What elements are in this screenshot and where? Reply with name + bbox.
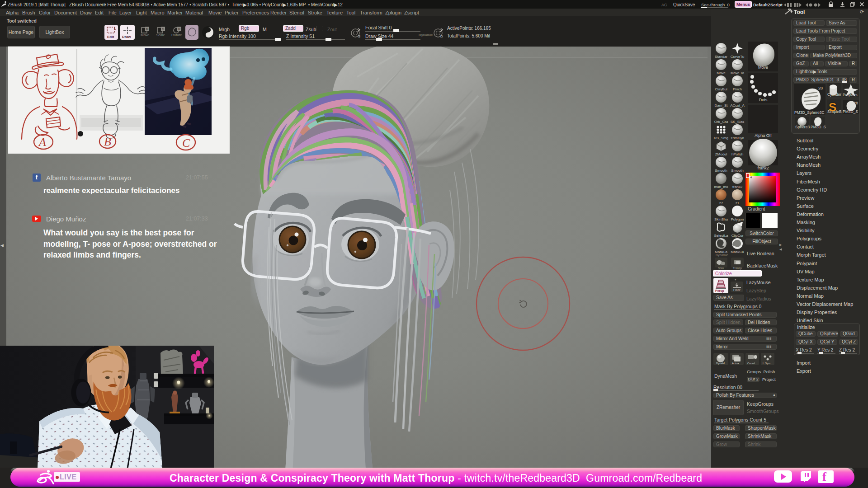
- svg-text:Move To: Move To: [731, 71, 745, 75]
- svg-text:CurveTu: CurveTu: [731, 55, 744, 59]
- svg-text:DynaM: DynaM: [716, 362, 725, 365]
- svg-text:Smooth: Smooth: [715, 169, 727, 173]
- svg-text:SkinSha: SkinSha: [714, 217, 728, 221]
- svg-text:Actua: Actua: [732, 362, 739, 365]
- svg-text:z7: z7: [719, 201, 723, 205]
- svg-text:B: B: [104, 135, 111, 148]
- svg-text:28: 28: [818, 86, 823, 90]
- svg-text:PM3D_Sphere3C: PM3D_Sphere3C: [794, 110, 825, 115]
- svg-text:Smooth: Smooth: [731, 169, 744, 173]
- svg-text:TrimDyn: TrimDyn: [731, 136, 744, 140]
- svg-text:Dynamic: Dynamic: [716, 253, 728, 257]
- svg-text:Coord: Coord: [747, 362, 755, 365]
- svg-text:frank2: frank2: [732, 185, 743, 189]
- svg-text:z1: z1: [736, 201, 740, 205]
- svg-text:S: S: [162, 28, 165, 31]
- svg-text:Standar: Standar: [715, 55, 727, 59]
- svg-text:Move: Move: [758, 65, 768, 70]
- svg-text:Move: Move: [717, 71, 726, 75]
- svg-text:Dam_St: Dam_St: [715, 103, 728, 108]
- svg-text:S: S: [358, 34, 360, 38]
- svg-text:28: 28: [854, 101, 858, 105]
- svg-text:ACcut_A: ACcut_A: [730, 103, 745, 108]
- svg-text:D: D: [440, 34, 443, 38]
- svg-text:SK_Slas: SK_Slas: [731, 120, 745, 124]
- svg-text:L.Sym: L.Sym: [763, 362, 770, 365]
- svg-text:Transp: Transp: [733, 267, 742, 270]
- svg-text:SelectLa: SelectLa: [714, 234, 728, 238]
- svg-text:Solo: Solo: [718, 267, 724, 270]
- svg-text:PolyMes: PolyMes: [843, 93, 858, 97]
- svg-text:Polygon: Polygon: [731, 217, 744, 221]
- svg-text:ClayBui: ClayBui: [715, 87, 727, 91]
- svg-text:Sphere3: Sphere3: [795, 125, 810, 129]
- svg-text:M: M: [146, 28, 149, 31]
- svg-text:SimpleB: SimpleB: [827, 109, 842, 114]
- svg-text:mah_mo: mah_mo: [714, 185, 728, 189]
- svg-text:RB_Smg: RB_Smg: [714, 136, 728, 140]
- svg-text:frank2: frank2: [757, 166, 769, 170]
- svg-text:Orb_Cra: Orb_Cra: [714, 120, 728, 124]
- svg-text:hPolish: hPolish: [731, 152, 743, 156]
- svg-text:PM3D_S: PM3D_S: [811, 125, 826, 129]
- svg-text:ZModel: ZModel: [715, 152, 727, 156]
- svg-text:Pinch: Pinch: [733, 87, 742, 91]
- svg-text:PM3D_S: PM3D_S: [843, 109, 858, 114]
- svg-text:R: R: [178, 28, 180, 31]
- svg-text:Cylinder: Cylinder: [827, 92, 841, 97]
- svg-text:ClipCur: ClipCur: [731, 234, 744, 238]
- svg-text:A: A: [38, 136, 46, 149]
- svg-text:Dots: Dots: [759, 98, 768, 102]
- svg-text:Alpha Off: Alpha Off: [755, 133, 772, 138]
- svg-text:MaskCu: MaskCu: [731, 250, 744, 254]
